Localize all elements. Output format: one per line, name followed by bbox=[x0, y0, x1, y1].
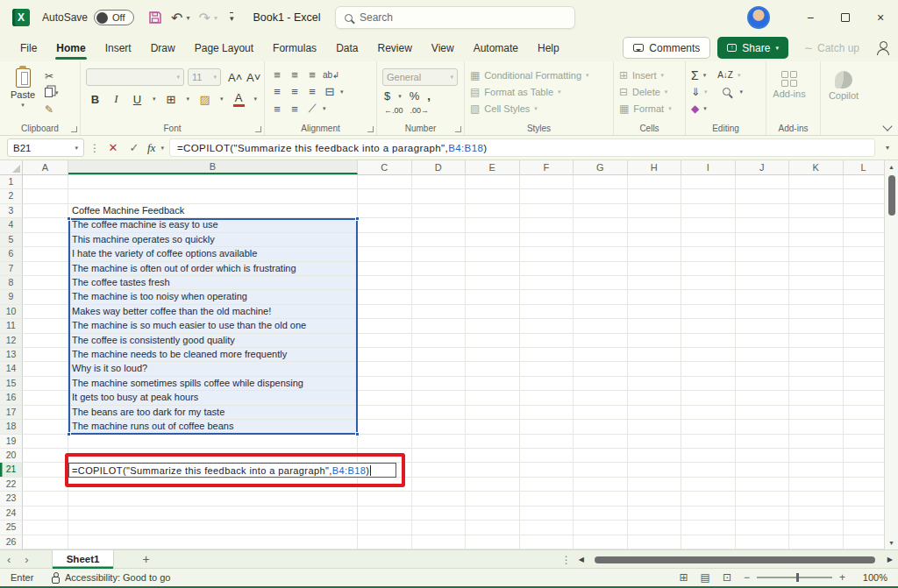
cell-I18[interactable] bbox=[681, 420, 736, 434]
cell-J20[interactable] bbox=[736, 449, 790, 463]
vertical-scrollbar[interactable]: ▲ ▼ bbox=[884, 160, 898, 549]
horizontal-scrollbar[interactable] bbox=[591, 556, 880, 564]
addins-button[interactable]: Add-ins bbox=[772, 67, 807, 99]
cell-G6[interactable] bbox=[574, 247, 628, 261]
formula-input[interactable]: =COPILOT("Summarize this feedback into a… bbox=[169, 138, 875, 157]
cell-A18[interactable] bbox=[23, 420, 68, 434]
cell-C13[interactable] bbox=[358, 348, 412, 362]
number-dialog-launcher-icon[interactable] bbox=[455, 126, 461, 132]
cell-A20[interactable] bbox=[23, 449, 68, 463]
row-header-3[interactable]: 3 bbox=[0, 204, 23, 218]
cell-C24[interactable] bbox=[358, 507, 412, 521]
column-header-C[interactable]: C bbox=[358, 160, 412, 174]
orientation-icon[interactable]: ⟋ bbox=[305, 102, 319, 116]
cell-I1[interactable] bbox=[681, 175, 736, 189]
cell-A22[interactable] bbox=[23, 478, 68, 492]
cell-F12[interactable] bbox=[520, 334, 574, 348]
cell-D21[interactable] bbox=[412, 463, 467, 477]
cell-A3[interactable] bbox=[23, 204, 68, 218]
row-header-12[interactable]: 12 bbox=[0, 334, 23, 348]
cell-B26[interactable] bbox=[68, 535, 358, 549]
cell-G12[interactable] bbox=[574, 334, 628, 348]
cell-L20[interactable] bbox=[844, 449, 885, 463]
column-header-K[interactable]: K bbox=[789, 160, 844, 174]
cell-D12[interactable] bbox=[412, 334, 467, 348]
cell-I23[interactable] bbox=[681, 492, 736, 506]
cell-B10[interactable]: Makes way better coffee than the old mac… bbox=[68, 305, 358, 319]
cell-F4[interactable] bbox=[520, 218, 574, 232]
cell-E8[interactable] bbox=[466, 276, 520, 290]
cell-K11[interactable] bbox=[789, 319, 844, 333]
cell-G25[interactable] bbox=[574, 521, 628, 535]
align-left-icon[interactable]: ≡ bbox=[270, 85, 284, 98]
cell-D13[interactable] bbox=[412, 348, 467, 362]
name-box-dropdown-icon[interactable]: ▾ bbox=[75, 145, 78, 152]
row-header-6[interactable]: 6 bbox=[0, 247, 23, 261]
cell-J18[interactable] bbox=[736, 420, 790, 434]
select-all-corner[interactable] bbox=[0, 160, 23, 174]
cell-L9[interactable] bbox=[844, 290, 885, 304]
cell-D24[interactable] bbox=[412, 507, 467, 521]
cell-L22[interactable] bbox=[844, 478, 885, 492]
cell-D10[interactable] bbox=[412, 305, 467, 319]
cell-E6[interactable] bbox=[466, 247, 520, 261]
user-avatar[interactable] bbox=[747, 6, 770, 29]
cell-E5[interactable] bbox=[466, 233, 520, 247]
cell-K20[interactable] bbox=[789, 449, 844, 463]
cell-K2[interactable] bbox=[789, 189, 844, 203]
cell-H21[interactable] bbox=[628, 463, 682, 477]
cell-K24[interactable] bbox=[789, 507, 844, 521]
cell-B19[interactable] bbox=[68, 435, 358, 449]
cell-B24[interactable] bbox=[68, 507, 358, 521]
cell-I9[interactable] bbox=[681, 290, 736, 304]
cell-G13[interactable] bbox=[574, 348, 628, 362]
cell-K1[interactable] bbox=[789, 175, 844, 189]
cell-B22[interactable] bbox=[68, 478, 358, 492]
cell-I3[interactable] bbox=[681, 204, 736, 218]
horizontal-scroll-thumb[interactable] bbox=[595, 556, 875, 563]
column-header-H[interactable]: H bbox=[628, 160, 682, 174]
cell-L4[interactable] bbox=[844, 218, 885, 232]
row-header-22[interactable]: 22 bbox=[0, 478, 23, 492]
formula-bar-handle-icon[interactable]: ⋮ bbox=[89, 142, 100, 154]
decrease-indent-icon[interactable]: ≡ bbox=[270, 103, 284, 116]
undo-icon[interactable]: ↶ bbox=[171, 10, 182, 26]
align-top-icon[interactable]: ≡ bbox=[270, 68, 284, 81]
font-size-select[interactable]: 11▾ bbox=[188, 68, 221, 86]
decrease-font-icon[interactable]: A˅ bbox=[246, 71, 258, 84]
cell-H10[interactable] bbox=[628, 305, 682, 319]
ribbon-tab-page-layout[interactable]: Page Layout bbox=[185, 35, 263, 61]
increase-decimal-icon[interactable]: ←.00 bbox=[384, 106, 403, 115]
row-header-2[interactable]: 2 bbox=[0, 189, 23, 203]
wrap-text-icon[interactable]: ab↲ bbox=[323, 70, 337, 80]
cell-G26[interactable] bbox=[574, 535, 628, 549]
cell-E13[interactable] bbox=[466, 348, 520, 362]
insert-cells-button[interactable]: ⊞ Insert ▾ bbox=[619, 67, 680, 83]
merge-center-icon[interactable]: ⊟ bbox=[323, 85, 337, 98]
share-button[interactable]: ↑ Share ▾ bbox=[717, 37, 788, 59]
font-dialog-launcher-icon[interactable] bbox=[255, 126, 261, 132]
cell-H26[interactable] bbox=[628, 535, 682, 549]
cell-L16[interactable] bbox=[844, 391, 885, 405]
cell-D20[interactable] bbox=[412, 449, 467, 463]
column-header-I[interactable]: I bbox=[681, 160, 736, 174]
cell-C3[interactable] bbox=[358, 204, 412, 218]
cell-F6[interactable] bbox=[520, 247, 574, 261]
cell-E4[interactable] bbox=[466, 218, 520, 232]
cell-J25[interactable] bbox=[736, 521, 790, 535]
cell-F11[interactable] bbox=[520, 319, 574, 333]
cell-F1[interactable] bbox=[520, 175, 574, 189]
row-header-21[interactable]: 21 bbox=[0, 463, 23, 477]
column-header-L[interactable]: L bbox=[844, 160, 885, 174]
cell-I26[interactable] bbox=[681, 535, 736, 549]
row-header-17[interactable]: 17 bbox=[0, 406, 23, 420]
cell-J24[interactable] bbox=[736, 507, 790, 521]
cell-J2[interactable] bbox=[736, 189, 790, 203]
search-input[interactable] bbox=[360, 11, 535, 24]
cell-F20[interactable] bbox=[520, 449, 574, 463]
row-header-5[interactable]: 5 bbox=[0, 233, 23, 247]
cell-J3[interactable] bbox=[736, 204, 790, 218]
cell-F9[interactable] bbox=[520, 290, 574, 304]
cell-B13[interactable]: The machine needs to be cleaned more fre… bbox=[68, 348, 358, 362]
cell-D7[interactable] bbox=[412, 262, 467, 276]
